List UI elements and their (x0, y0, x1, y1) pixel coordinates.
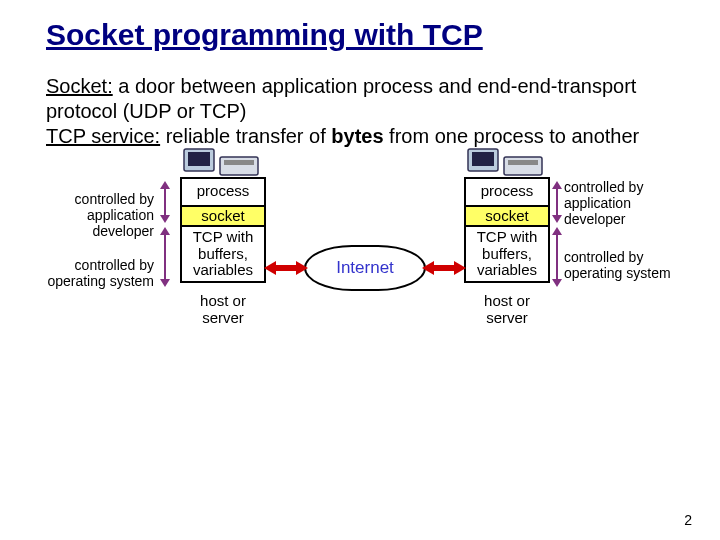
definitions-block: Socket: a door between application proce… (46, 74, 674, 149)
host-label: host or server (464, 293, 550, 326)
tcp-layer: TCP with buffers, variables (180, 225, 266, 283)
annotation-app-developer-left: controlled by application developer (46, 191, 154, 239)
diagram-area: controlled by application developer cont… (46, 179, 674, 389)
process-layer: process (464, 177, 550, 207)
process-layer: process (180, 177, 266, 207)
host-stack-right: process socket TCP with buffers, variabl… (464, 179, 550, 326)
svg-rect-7 (508, 160, 538, 165)
socket-term: Socket: (46, 75, 113, 97)
svg-rect-1 (188, 152, 210, 166)
svg-rect-3 (224, 160, 254, 165)
annotation-os-right: controlled by operating system (564, 249, 674, 281)
socket-def-text: a door between application process and e… (46, 75, 636, 122)
connection-arrow-icon (422, 261, 466, 275)
socket-layer: socket (180, 205, 266, 227)
annotation-os-left: controlled by operating system (46, 257, 154, 289)
annotation-app-developer-right: controlled by application developer (564, 179, 674, 227)
tcp-layer: TCP with buffers, variables (464, 225, 550, 283)
slide-title: Socket programming with TCP (46, 18, 674, 52)
connection-arrow-icon (264, 261, 308, 275)
socket-layer: socket (464, 205, 550, 227)
computer-icon (182, 143, 262, 177)
internet-cloud: Internet (304, 245, 426, 291)
computer-icon (466, 143, 546, 177)
tcp-service-term: TCP service: (46, 125, 160, 147)
host-label: host or server (180, 293, 266, 326)
host-stack-left: process socket TCP with buffers, variabl… (180, 179, 266, 326)
internet-label: Internet (336, 258, 394, 278)
svg-rect-5 (472, 152, 494, 166)
svg-rect-2 (220, 157, 258, 175)
tcp-def-bold: bytes (331, 125, 383, 147)
page-number: 2 (684, 512, 692, 528)
svg-rect-6 (504, 157, 542, 175)
